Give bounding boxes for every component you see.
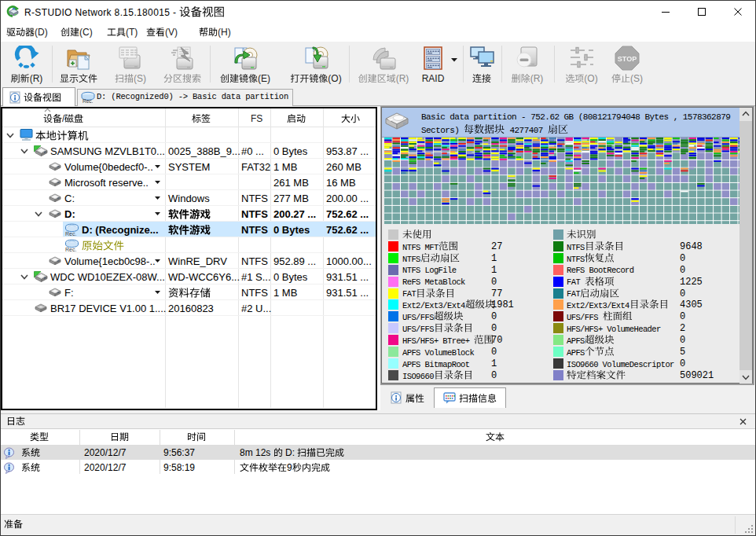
svg-text:Rec.: Rec. <box>83 98 94 104</box>
svg-text:STOP: STOP <box>618 55 637 63</box>
svg-text:Rec.: Rec. <box>65 247 76 252</box>
svg-text:Rec.: Rec. <box>65 231 76 237</box>
